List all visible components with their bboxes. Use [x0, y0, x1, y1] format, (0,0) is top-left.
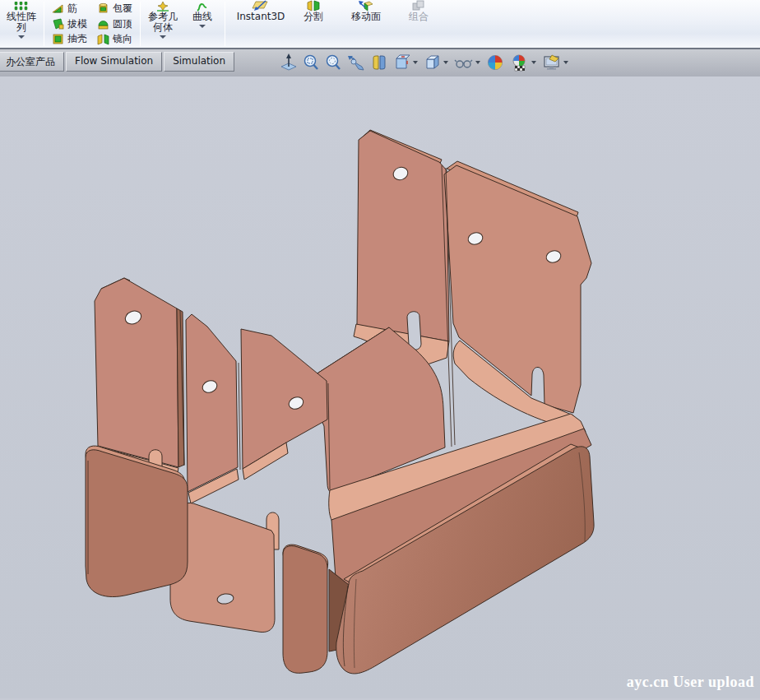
rotate-view-icon[interactable]	[347, 53, 365, 72]
zoom-in-out-icon[interactable]	[325, 53, 341, 72]
curves-icon	[196, 0, 209, 12]
view-settings-icon[interactable]	[542, 53, 568, 72]
section-view-icon[interactable]	[371, 53, 387, 72]
zoom-to-fit-icon[interactable]	[280, 53, 297, 72]
zoom-to-area-icon[interactable]	[303, 53, 319, 72]
model-right-plate-selected[interactable]	[444, 161, 591, 430]
wrap-icon	[97, 2, 109, 15]
edit-appearance-icon[interactable]	[486, 53, 504, 72]
instant3d-icon	[251, 0, 271, 12]
rib-label: 筋	[67, 2, 77, 16]
graphics-viewport[interactable]: ayc.cn User upload	[0, 76, 760, 698]
draft-button[interactable]: 拔模	[49, 16, 90, 32]
reference-geometry-icon	[156, 0, 169, 12]
view-orientation-icon[interactable]	[393, 53, 418, 72]
mirror-icon	[97, 33, 109, 45]
split-icon	[306, 0, 321, 12]
watermark-text: ayc.cn User upload	[627, 674, 754, 691]
instant3d-button[interactable]: Instant3D	[228, 0, 294, 48]
chevron-down-icon[interactable]	[160, 35, 166, 39]
split-label: 分割	[297, 12, 330, 22]
wrap-label: 包覆	[113, 2, 132, 16]
linear-pattern-button[interactable]: 线性阵列	[2, 0, 41, 48]
rib-icon	[52, 2, 64, 15]
tab-simulation[interactable]: Simulation	[164, 52, 234, 72]
move-face-label: 移动面	[336, 12, 396, 22]
chevron-down-icon[interactable]	[18, 35, 25, 39]
chevron-down-icon[interactable]	[531, 61, 536, 64]
dome-label: 圆顶	[113, 17, 132, 31]
toolbar-separator	[44, 2, 44, 46]
toolbar-separator	[225, 2, 225, 46]
wrap-button[interactable]: 包覆	[94, 1, 136, 16]
solidworks-window: 线性阵列 筋 拔模	[0, 0, 760, 700]
reference-geometry-button[interactable]: 参考几何体	[143, 0, 183, 48]
chevron-down-icon[interactable]	[563, 61, 568, 64]
heads-up-view-toolbar	[280, 53, 568, 72]
split-button[interactable]: 分割	[294, 0, 333, 48]
center-foot[interactable]	[283, 546, 327, 674]
linear-pattern-label: 线性阵列	[5, 12, 38, 33]
mirror-button[interactable]: 镜向	[94, 31, 136, 47]
combine-button: 组合	[399, 0, 438, 48]
part-model[interactable]	[0, 76, 760, 698]
dome-icon	[97, 18, 109, 30]
combine-icon	[411, 0, 426, 12]
dome-button[interactable]: 圆顶	[94, 16, 136, 32]
draft-label: 拔模	[67, 17, 87, 31]
toolbar-separator	[140, 2, 141, 46]
apply-scene-icon[interactable]	[510, 53, 536, 72]
shell-button[interactable]: 抽壳	[49, 31, 90, 47]
reference-geometry-label: 参考几何体	[146, 12, 179, 33]
curves-button[interactable]: 曲线	[183, 0, 222, 48]
mirror-label: 镜向	[113, 32, 132, 46]
chevron-down-icon[interactable]	[475, 61, 480, 64]
curves-label: 曲线	[186, 12, 219, 22]
linear-pattern-icon	[14, 0, 29, 12]
rib-button[interactable]: 筋	[49, 1, 90, 16]
instant3d-label: Instant3D	[231, 12, 290, 22]
toolbar-column-1: 筋 拔模 抽壳	[47, 0, 92, 48]
tab-office-products[interactable]: 办公室产品	[0, 52, 64, 72]
move-face-button[interactable]: 移动面	[333, 0, 399, 48]
toolbar-column-2: 包覆 圆顶 镜向	[92, 0, 137, 48]
shell-label: 抽壳	[67, 32, 87, 46]
draft-icon	[52, 18, 64, 30]
feature-toolbar: 线性阵列 筋 拔模	[0, 0, 760, 49]
chevron-down-icon[interactable]	[443, 61, 448, 64]
display-style-icon[interactable]	[424, 53, 448, 72]
combine-label: 组合	[402, 12, 435, 22]
chevron-down-icon[interactable]	[413, 61, 418, 64]
command-manager-tab-strip: 办公室产品 Flow Simulation Simulation	[0, 49, 760, 76]
move-face-icon	[358, 0, 374, 12]
tab-flow-simulation[interactable]: Flow Simulation	[66, 52, 162, 72]
chevron-down-icon[interactable]	[199, 25, 206, 28]
shell-icon	[52, 33, 64, 45]
hide-show-items-icon[interactable]	[454, 53, 480, 72]
